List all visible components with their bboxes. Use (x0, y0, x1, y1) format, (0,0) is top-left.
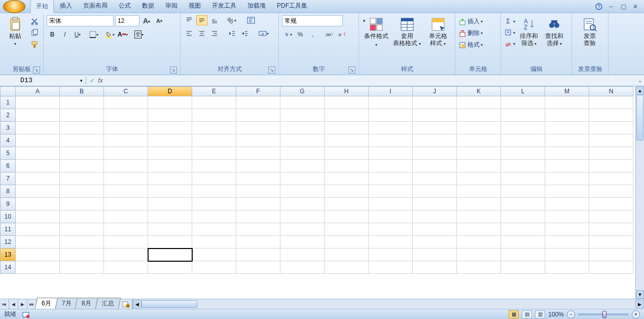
cell[interactable] (501, 249, 545, 261)
format-cells-button[interactable]: 格式 ▾ (458, 41, 483, 49)
cell[interactable] (545, 172, 589, 185)
cell[interactable] (16, 96, 60, 109)
row-header[interactable]: 2 (1, 109, 16, 122)
cell[interactable] (236, 249, 280, 261)
number-format-combo[interactable]: ▾ (282, 15, 343, 26)
column-header[interactable]: M (545, 87, 589, 96)
cell[interactable] (148, 198, 192, 210)
cell[interactable] (16, 249, 60, 261)
cell[interactable] (192, 249, 236, 261)
column-header[interactable]: C (104, 87, 148, 96)
cell[interactable] (457, 185, 501, 198)
cell[interactable] (236, 147, 280, 160)
merge-center-button[interactable]: a▾ (258, 28, 269, 39)
cell[interactable] (545, 134, 589, 147)
column-header[interactable]: J (413, 87, 457, 96)
cell[interactable] (589, 134, 633, 147)
row-header[interactable]: 4 (1, 134, 16, 147)
cell[interactable] (457, 249, 501, 261)
tab-pagelayout[interactable]: 页面布局 (78, 0, 113, 13)
cell[interactable] (369, 122, 413, 134)
cell[interactable] (148, 96, 192, 109)
cell[interactable] (236, 160, 280, 172)
cell[interactable] (501, 210, 545, 223)
align-middle-button[interactable] (196, 15, 207, 25)
cell[interactable] (457, 122, 501, 134)
cell[interactable] (589, 185, 633, 198)
cell[interactable] (236, 198, 280, 210)
cell[interactable] (236, 223, 280, 236)
cell[interactable] (104, 261, 148, 274)
fill-button[interactable]: ▾ (504, 28, 515, 37)
cell[interactable] (413, 134, 457, 147)
tab-view[interactable]: 视图 (184, 0, 206, 13)
cell[interactable] (104, 147, 148, 160)
cell[interactable] (413, 160, 457, 172)
cell[interactable] (148, 249, 192, 261)
cell[interactable] (104, 122, 148, 134)
column-header[interactable]: I (369, 87, 413, 96)
cell[interactable] (589, 210, 633, 223)
cell[interactable] (589, 223, 633, 236)
cell[interactable] (501, 261, 545, 274)
row-header[interactable]: 14 (1, 261, 16, 274)
cell[interactable] (16, 261, 60, 274)
new-sheet-button[interactable]: ✦ (120, 299, 132, 309)
tab-addins[interactable]: 加载项 (242, 0, 271, 13)
cell[interactable] (16, 236, 60, 249)
cell[interactable] (16, 122, 60, 134)
cell[interactable] (589, 198, 633, 210)
zoom-out-button[interactable]: − (567, 310, 575, 318)
cell[interactable] (236, 109, 280, 122)
restore-icon[interactable]: ▢ (620, 3, 627, 10)
cell[interactable] (60, 198, 104, 210)
format-as-table-button[interactable]: 套用 表格格式 ▾ (392, 15, 422, 49)
tab-data[interactable]: 数据 (137, 0, 159, 13)
format-painter-button[interactable] (29, 40, 40, 50)
cell[interactable] (589, 147, 633, 160)
first-sheet-button[interactable]: ⏮ (0, 299, 9, 309)
cell[interactable] (589, 236, 633, 249)
cell[interactable] (545, 261, 589, 274)
cell[interactable] (369, 109, 413, 122)
conditional-format-button[interactable]: 条件格式 ▾ (362, 15, 390, 50)
cell[interactable] (148, 261, 192, 274)
cell[interactable] (148, 122, 192, 134)
cell[interactable] (413, 210, 457, 223)
cell[interactable] (104, 109, 148, 122)
cell[interactable] (16, 160, 60, 172)
row-header[interactable]: 11 (1, 223, 16, 236)
cell[interactable] (457, 96, 501, 109)
shrink-font-button[interactable]: A▾ (154, 16, 165, 26)
cut-button[interactable] (29, 16, 40, 26)
font-dialog-launcher[interactable]: ↘ (170, 66, 177, 74)
row-header[interactable]: 9 (1, 198, 16, 210)
cell[interactable] (457, 210, 501, 223)
cell[interactable] (325, 236, 369, 249)
cell[interactable] (369, 198, 413, 210)
row-header[interactable]: 7 (1, 172, 16, 185)
cell[interactable] (280, 147, 325, 160)
cell[interactable] (457, 147, 501, 160)
align-left-button[interactable] (184, 28, 195, 39)
orientation-button[interactable]: ab▾ (226, 15, 237, 25)
cell[interactable] (545, 109, 589, 122)
cell[interactable] (16, 198, 60, 210)
cell[interactable] (192, 172, 236, 185)
cell[interactable] (369, 261, 413, 274)
cell[interactable] (60, 147, 104, 160)
column-header[interactable]: K (457, 87, 501, 96)
cell[interactable] (589, 160, 633, 172)
increase-indent-button[interactable] (239, 28, 250, 39)
cell[interactable] (104, 134, 148, 147)
accounting-format-button[interactable]: ￥▾ (282, 29, 293, 40)
insert-cells-button[interactable]: 插入 ▾ (458, 17, 483, 26)
column-header[interactable]: G (280, 87, 325, 96)
horizontal-scrollbar[interactable]: ◀ ▶ (132, 299, 644, 309)
cell[interactable] (280, 210, 325, 223)
scroll-right-icon[interactable]: ▶ (635, 300, 644, 308)
confirm-icon[interactable]: ✓ (90, 77, 95, 84)
cell[interactable] (501, 185, 545, 198)
row-header[interactable]: 10 (1, 210, 16, 223)
cell[interactable] (60, 185, 104, 198)
